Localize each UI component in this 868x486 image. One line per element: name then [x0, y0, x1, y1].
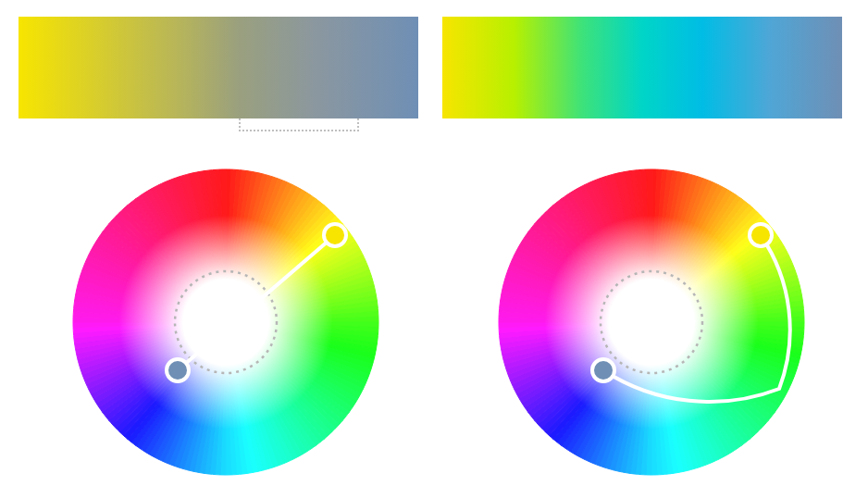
svg-point-1: [499, 169, 804, 475]
endpoint-marker-yellow: [750, 224, 772, 246]
hue-wheel-right: [499, 169, 804, 475]
endpoint-marker-blue: [592, 359, 614, 381]
wheels-svg: [0, 0, 868, 486]
endpoint-marker-blue: [167, 359, 189, 381]
svg-point-0: [73, 169, 378, 475]
endpoint-marker-yellow: [324, 224, 346, 246]
hue-wheel-left: [73, 169, 378, 475]
